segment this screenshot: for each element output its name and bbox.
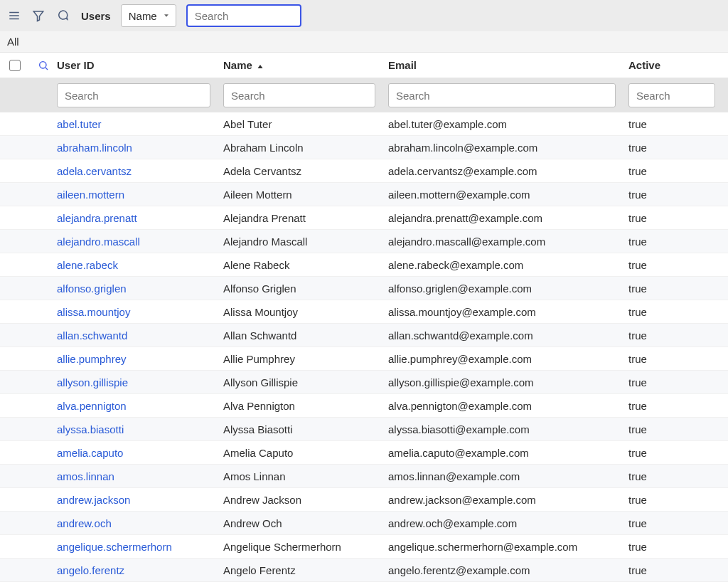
name-cell: Angelique Schermerhorn xyxy=(223,541,388,553)
personalize-search-icon[interactable] xyxy=(30,60,57,71)
user-id-link[interactable]: angelo.ferentz xyxy=(57,564,124,576)
chat-icon[interactable] xyxy=(55,9,70,23)
module-label: Users xyxy=(81,10,111,22)
table-row: adela.cervantszAdela Cervantszadela.cerv… xyxy=(0,159,728,183)
user-id-link[interactable]: allan.schwantd xyxy=(57,329,127,342)
active-cell: true xyxy=(628,212,728,224)
active-cell: true xyxy=(628,282,728,295)
email-cell: alene.rabeck@example.com xyxy=(388,259,628,271)
active-cell: true xyxy=(628,376,728,388)
name-cell: Alene Rabeck xyxy=(223,259,388,271)
user-id-link[interactable]: alene.rabeck xyxy=(57,259,118,271)
name-cell: Abel Tuter xyxy=(223,118,388,130)
active-cell: true xyxy=(628,470,728,482)
active-cell: true xyxy=(628,142,728,154)
table-row: amos.linnanAmos Linnanamos.linnan@exampl… xyxy=(0,465,728,488)
active-cell: true xyxy=(628,189,728,201)
table-row: allan.schwantdAllan Schwantdallan.schwan… xyxy=(0,324,728,347)
user-id-link[interactable]: adela.cervantsz xyxy=(57,165,132,177)
user-id-link[interactable]: andrew.jackson xyxy=(57,494,130,506)
email-cell: angelo.ferentz@example.com xyxy=(388,564,628,576)
user-id-link[interactable]: amos.linnan xyxy=(57,470,114,482)
user-id-link[interactable]: alejandra.prenatt xyxy=(57,212,137,224)
menu-icon[interactable] xyxy=(7,9,21,23)
table-row: alissa.mountjoyAlissa Mountjoyalissa.mou… xyxy=(0,300,728,324)
search-name-input[interactable] xyxy=(223,83,375,107)
table-row: alene.rabeckAlene Rabeckalene.rabeck@exa… xyxy=(0,253,728,277)
name-cell: Adela Cervantsz xyxy=(223,165,388,177)
column-header-email[interactable]: Email xyxy=(388,59,628,71)
name-cell: Abraham Lincoln xyxy=(223,142,388,154)
table-body: abel.tuterAbel Tuterabel.tuter@example.c… xyxy=(0,112,728,582)
active-cell: true xyxy=(628,423,728,435)
search-active-input[interactable] xyxy=(628,83,715,107)
column-header-user-id[interactable]: User ID xyxy=(57,59,223,71)
table-row: andrew.jacksonAndrew Jacksonandrew.jacks… xyxy=(0,488,728,512)
email-cell: allie.pumphrey@example.com xyxy=(388,353,628,365)
name-cell: Alissa Mountjoy xyxy=(223,306,388,318)
user-id-link[interactable]: amelia.caputo xyxy=(57,447,123,459)
column-header-name[interactable]: Name xyxy=(223,59,388,71)
column-headers: User ID Name Email Active xyxy=(0,53,728,78)
email-cell: aileen.mottern@example.com xyxy=(388,189,628,201)
user-id-link[interactable]: andrew.och xyxy=(57,517,112,529)
table-row: alva.pennigtonAlva Pennigtonalva.pennigt… xyxy=(0,394,728,418)
svg-line-9 xyxy=(46,68,48,70)
user-id-link[interactable]: alfonso.griglen xyxy=(57,282,127,295)
email-cell: alissa.mountjoy@example.com xyxy=(388,306,628,318)
active-cell: true xyxy=(628,259,728,271)
user-id-link[interactable]: allie.pumphrey xyxy=(57,353,127,365)
user-id-link[interactable]: allyson.gillispie xyxy=(57,376,128,388)
search-field-value: Name xyxy=(129,10,157,22)
breadcrumb-bar: All xyxy=(0,31,728,53)
active-cell: true xyxy=(628,494,728,506)
active-cell: true xyxy=(628,118,728,130)
name-cell: Alva Pennigton xyxy=(223,400,388,412)
user-id-link[interactable]: aileen.mottern xyxy=(57,189,124,201)
email-cell: abraham.lincoln@example.com xyxy=(388,142,628,154)
active-cell: true xyxy=(628,400,728,412)
name-cell: Amelia Caputo xyxy=(223,447,388,459)
table-row: alejandro.mascallAlejandro Mascallalejan… xyxy=(0,230,728,253)
active-cell: true xyxy=(628,517,728,529)
user-id-link[interactable]: abel.tuter xyxy=(57,118,102,130)
email-cell: amelia.caputo@example.com xyxy=(388,447,628,459)
search-user-id-input[interactable] xyxy=(57,83,210,107)
table-row: aileen.motternAileen Motternaileen.motte… xyxy=(0,183,728,206)
email-cell: allyson.gillispie@example.com xyxy=(388,376,628,388)
svg-point-8 xyxy=(40,61,46,68)
column-header-active[interactable]: Active xyxy=(628,59,728,71)
email-cell: andrew.jackson@example.com xyxy=(388,494,628,506)
filter-icon[interactable] xyxy=(31,9,46,23)
user-id-link[interactable]: alissa.mountjoy xyxy=(57,306,130,318)
name-cell: Allan Schwantd xyxy=(223,329,388,342)
global-search-input[interactable] xyxy=(186,4,301,27)
email-cell: alyssa.biasotti@example.com xyxy=(388,423,628,435)
search-email-input[interactable] xyxy=(388,83,616,107)
column-search-row xyxy=(0,78,728,112)
name-cell: Amos Linnan xyxy=(223,470,388,482)
search-field-select[interactable]: Name xyxy=(121,4,176,27)
name-cell: Andrew Jackson xyxy=(223,494,388,506)
table-row: alejandra.prenattAlejandra Prenattalejan… xyxy=(0,206,728,230)
email-cell: andrew.och@example.com xyxy=(388,517,628,529)
email-cell: allan.schwantd@example.com xyxy=(388,329,628,342)
table-row: abel.tuterAbel Tuterabel.tuter@example.c… xyxy=(0,112,728,136)
breadcrumb-all[interactable]: All xyxy=(7,36,19,48)
active-cell: true xyxy=(628,236,728,248)
active-cell: true xyxy=(628,165,728,177)
email-cell: adela.cervantsz@example.com xyxy=(388,165,628,177)
table-row: allie.pumphreyAllie Pumphreyallie.pumphr… xyxy=(0,347,728,371)
user-id-link[interactable]: abraham.lincoln xyxy=(57,142,132,154)
user-id-link[interactable]: angelique.schermerhorn xyxy=(57,541,172,553)
user-id-link[interactable]: alva.pennigton xyxy=(57,400,127,412)
select-all-checkbox[interactable] xyxy=(9,60,21,71)
name-cell: Alejandra Prenatt xyxy=(223,212,388,224)
table-row: alfonso.griglenAlfonso Griglenalfonso.gr… xyxy=(0,277,728,300)
sort-ascending-icon xyxy=(256,61,264,70)
email-cell: amos.linnan@example.com xyxy=(388,470,628,482)
active-cell: true xyxy=(628,306,728,318)
user-id-link[interactable]: alyssa.biasotti xyxy=(57,423,124,435)
table-row: andrew.ochAndrew Ochandrew.och@example.c… xyxy=(0,512,728,535)
user-id-link[interactable]: alejandro.mascall xyxy=(57,236,140,248)
